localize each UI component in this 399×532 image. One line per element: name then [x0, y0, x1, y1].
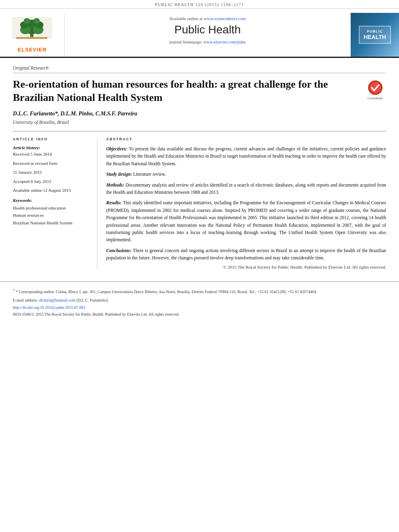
crossmark-icon	[367, 80, 383, 96]
corresponding-author-note: * * Corresponding author. Colina, Bloco …	[13, 288, 386, 295]
email-prefix: E-mail address:	[13, 298, 39, 302]
abstract-heading: ABSTRACT	[106, 137, 386, 141]
elsevier-tree-icon	[10, 13, 54, 45]
email-line: E-mail address: dlcfurla@hotmail.com (D.…	[13, 297, 386, 304]
article-history-label: Article history:	[13, 145, 89, 150]
available-online-prefix: Available online at	[169, 16, 204, 21]
article-info-column: ARTICLE INFO Article history: Received 5…	[13, 137, 97, 269]
abstract-results: Results: This study identified some impo…	[106, 199, 386, 243]
keyword-3: Brazilian National Health System	[13, 219, 89, 227]
keywords-label: Keywords:	[13, 198, 89, 203]
two-column-layout: ARTICLE INFO Article history: Received 5…	[13, 137, 386, 269]
conclusions-text: There is general concern and ongoing act…	[106, 248, 386, 260]
corresponding-author-text: * Corresponding author. Colina, Bloco J,…	[16, 290, 317, 294]
results-text: This study identified some important ini…	[106, 200, 386, 242]
ph-badge: PUBLIC HEALTH	[359, 26, 391, 44]
star-symbol: *	[13, 288, 15, 292]
abstract-methods: Methods: Documentary analysis and review…	[106, 181, 386, 196]
study-design-label: Study design:	[106, 172, 132, 177]
journal-bar: PUBLIC HEALTH 129 (2015) 1166–1171	[0, 0, 399, 9]
results-label: Results:	[106, 200, 121, 205]
article-title: Re-orientation of human resources for he…	[13, 78, 364, 104]
header-center: Available online at www.sciencedirect.co…	[64, 13, 351, 57]
article-info-heading: ARTICLE INFO	[13, 137, 89, 141]
email-link[interactable]: dlcfurla@hotmail.com	[39, 298, 76, 302]
article-title-row: Re-orientation of human resources for he…	[13, 78, 386, 104]
article-section: Original Research Re-orientation of huma…	[0, 58, 399, 269]
received-2b: 11 January 2015	[13, 169, 89, 176]
keyword-2: Human resources	[13, 212, 89, 219]
header-section: ELSEVIER Available online at www.science…	[0, 9, 399, 58]
crossmark-label: CrossMark	[367, 97, 383, 100]
elsevier-logo-area: ELSEVIER	[0, 13, 64, 57]
ph-badge-bottom: HEALTH	[364, 34, 386, 41]
abstract-conclusions: Conclusions: There is general concern an…	[106, 247, 386, 262]
divider-1	[13, 131, 386, 131]
keyword-1: Health professional education	[13, 204, 89, 212]
journal-homepage-link[interactable]: www.elsevier.com/puhe	[204, 39, 246, 44]
methods-text: Documentary analysis and review of artic…	[106, 183, 386, 195]
issn-line: 0033-3506/© 2015 The Royal Society for P…	[13, 312, 386, 316]
homepage-prefix: journal homepage:	[169, 39, 204, 44]
copyright-line: © 2015 The Royal Society for Public Heal…	[106, 265, 386, 269]
received-2: Received in revised form	[13, 160, 89, 167]
received-1: Received 5 June 2014	[13, 151, 89, 158]
available-online-line: Available online at www.sciencedirect.co…	[65, 16, 350, 21]
footer-section: * * Corresponding author. Colina, Bloco …	[0, 281, 399, 320]
journal-homepage-line: journal homepage: www.elsevier.com/puhe	[65, 39, 350, 44]
crossmark-badge[interactable]: CrossMark	[364, 80, 386, 102]
methods-label: Methods:	[106, 183, 124, 187]
abstract-column: ABSTRACT Objectives: To present the data…	[97, 137, 386, 269]
conclusions-label: Conclusions:	[106, 248, 132, 253]
abstract-study-design: Study design: Literature review.	[106, 170, 386, 178]
journal-title: Public Health	[65, 23, 350, 36]
ph-badge-area: PUBLIC HEALTH	[351, 13, 399, 57]
study-design-text: Literature review.	[133, 172, 166, 177]
doi-link[interactable]: http://dx.doi.org/10.1016/j.puhe.2015.07…	[13, 305, 386, 310]
journal-bar-text: PUBLIC HEALTH 129 (2015) 1166–1171	[155, 2, 244, 7]
email-suffix: (D.L.C. Furlanetto).	[76, 298, 109, 302]
objectives-label: Objectives:	[106, 146, 127, 151]
ph-badge-top: PUBLIC	[364, 29, 386, 34]
authors-line: D.L.C. Furlanetto*, D.L.M. Pinho, C.M.S.…	[13, 111, 386, 117]
abstract-objectives: Objectives: To present the data availabl…	[106, 145, 386, 167]
sciencedirect-link[interactable]: www.sciencedirect.com	[204, 16, 246, 21]
available-online: Available online 12 August 2015	[13, 187, 89, 194]
svg-rect-9	[16, 37, 47, 39]
authors-text: D.L.C. Furlanetto*, D.L.M. Pinho, C.M.S.…	[13, 111, 137, 117]
accepted: Accepted 6 July 2015	[13, 178, 89, 185]
elsevier-label: ELSEVIER	[18, 47, 47, 53]
article-category: Original Research	[13, 65, 386, 73]
svg-point-8	[33, 18, 40, 24]
affiliation: University of Brasilia, Brazil	[13, 119, 386, 125]
objectives-text: To present the data available and discus…	[106, 146, 386, 166]
svg-point-7	[24, 18, 30, 24]
